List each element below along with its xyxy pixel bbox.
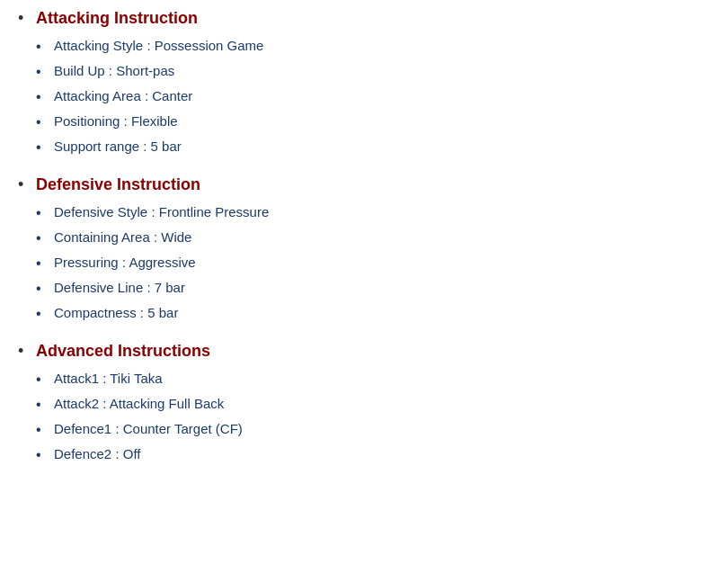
list-item: Attacking Style : Possession Game <box>36 35 710 57</box>
list-item: Build Up : Short-pas <box>36 60 710 82</box>
section-attacking-instruction: Attacking InstructionAttacking Style : P… <box>18 9 710 157</box>
item-value: Aggressive <box>129 255 195 270</box>
item-value: 7 bar <box>155 280 185 295</box>
item-label: Compactness : <box>54 305 147 320</box>
main-list: Attacking InstructionAttacking Style : P… <box>18 9 710 465</box>
list-item: Attacking Area : Canter <box>36 85 710 107</box>
item-label: Attack1 : <box>54 371 110 386</box>
item-value: Possession Game <box>155 38 264 53</box>
section-title-advanced-instructions: Advanced Instructions <box>36 342 710 361</box>
list-item: Compactness : 5 bar <box>36 302 710 324</box>
section-title-attacking-instruction: Attacking Instruction <box>36 9 710 28</box>
list-item: Pressuring : Aggressive <box>36 252 710 273</box>
list-item: Defence1 : Counter Target (CF) <box>36 418 710 440</box>
item-label: Attack2 : <box>54 396 110 411</box>
item-value: Short-pas <box>116 63 174 78</box>
sub-list-defensive-instruction: Defensive Style : Frontline PressureCont… <box>36 201 710 324</box>
item-value: Wide <box>161 229 191 245</box>
section-advanced-instructions: Advanced InstructionsAttack1 : Tiki Taka… <box>18 342 710 465</box>
item-value: Counter Target (CF) <box>123 421 243 436</box>
item-label: Support range : <box>54 139 151 154</box>
item-label: Defensive Style : <box>54 204 159 219</box>
sub-list-attacking-instruction: Attacking Style : Possession GameBuild U… <box>36 35 710 157</box>
item-label: Defence1 : <box>54 421 123 436</box>
item-label: Build Up : <box>54 63 116 78</box>
item-label: Containing Area : <box>54 229 161 245</box>
list-item: Defence2 : Off <box>36 443 710 465</box>
item-label: Pressuring : <box>54 255 129 270</box>
section-title-defensive-instruction: Defensive Instruction <box>36 175 710 194</box>
item-value: Frontline Pressure <box>159 204 270 219</box>
item-value: 5 bar <box>151 139 182 154</box>
item-label: Defence2 : <box>54 446 123 461</box>
item-value: Off <box>123 446 141 461</box>
item-value: Tiki Taka <box>110 371 162 386</box>
item-label: Attacking Style : <box>54 38 155 53</box>
item-value: Attacking Full Back <box>110 396 225 411</box>
list-item: Defensive Line : 7 bar <box>36 277 710 299</box>
item-value: 5 bar <box>147 305 178 320</box>
section-defensive-instruction: Defensive InstructionDefensive Style : F… <box>18 175 710 324</box>
sub-list-advanced-instructions: Attack1 : Tiki TakaAttack2 : Attacking F… <box>36 368 710 465</box>
list-item: Positioning : Flexible <box>36 111 710 132</box>
item-label: Positioning : <box>54 113 131 129</box>
list-item: Defensive Style : Frontline Pressure <box>36 201 710 223</box>
item-value: Flexible <box>131 113 178 129</box>
list-item: Attack1 : Tiki Taka <box>36 368 710 389</box>
list-item: Support range : 5 bar <box>36 136 710 157</box>
item-label: Defensive Line : <box>54 280 155 295</box>
list-item: Attack2 : Attacking Full Back <box>36 393 710 415</box>
list-item: Containing Area : Wide <box>36 227 710 248</box>
item-value: Canter <box>152 88 192 103</box>
item-label: Attacking Area : <box>54 88 152 103</box>
